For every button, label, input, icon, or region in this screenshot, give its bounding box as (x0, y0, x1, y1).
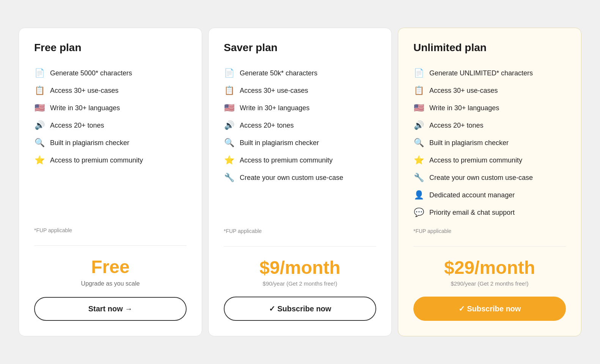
list-item: 📄Generate UNLIMITED* characters (413, 64, 566, 82)
features-list-unlimited: 📄Generate UNLIMITED* characters📋Access 3… (413, 64, 566, 221)
price-label: Upgrade as you scale (81, 280, 140, 287)
feature-text: Access 30+ use-cases (240, 87, 308, 95)
feature-icon: 🔊 (224, 120, 234, 130)
plan-title-free: Free plan (34, 42, 187, 54)
feature-text: Built in plagiarism checker (429, 139, 509, 147)
feature-icon: 🔍 (34, 138, 45, 148)
pricing-section-unlimited: $29/month$290/year (Get 2 months free!)✓… (413, 246, 566, 321)
plan-card-unlimited: Unlimited plan📄Generate UNLIMITED* chara… (398, 28, 581, 336)
feature-icon: 🔍 (224, 138, 234, 148)
list-item: 🔍Built in plagiarism checker (413, 134, 566, 152)
list-item: ⭐Access to premium community (413, 152, 566, 169)
feature-icon: 📋 (34, 86, 45, 95)
list-item: 📋Access 30+ use-cases (413, 82, 566, 99)
feature-text: Built in plagiarism checker (50, 139, 129, 147)
list-item: 🔊Access 20+ tones (413, 117, 566, 134)
feature-text: Access 20+ tones (240, 122, 294, 130)
feature-icon: 💬 (413, 208, 424, 217)
feature-text: Access 30+ use-cases (429, 87, 498, 95)
feature-text: Access 20+ tones (429, 122, 484, 130)
feature-icon: 🔊 (34, 120, 45, 130)
fup-note: *FUP applicable (34, 227, 187, 233)
list-item: 📋Access 30+ use-cases (224, 82, 376, 99)
list-item: 🔧Create your own custom use-case (224, 169, 376, 186)
feature-icon: 🔊 (413, 120, 424, 130)
list-item: 🇺🇸Write in 30+ languages (413, 99, 566, 117)
pricing-container: Free plan📄Generate 5000* characters📋Acce… (16, 28, 584, 336)
list-item: 📋Access 30+ use-cases (34, 82, 187, 99)
feature-text: Create your own custom use-case (240, 174, 343, 182)
feature-icon: 📄 (413, 68, 424, 78)
list-item: 🔊Access 20+ tones (224, 117, 376, 134)
feature-text: Access 20+ tones (50, 122, 104, 130)
list-item: 🔍Built in plagiarism checker (34, 134, 187, 152)
feature-text: Create your own custom use-case (429, 174, 533, 182)
feature-text: Built in plagiarism checker (240, 139, 319, 147)
price-main: $9/month (259, 257, 340, 278)
price-sub: $290/year (Get 2 months free!) (451, 280, 528, 287)
fup-note: *FUP applicable (224, 228, 376, 234)
feature-text: Write in 30+ languages (240, 104, 309, 112)
feature-icon: 📋 (413, 86, 424, 95)
feature-icon: 🔍 (413, 138, 424, 148)
price-main: Free (91, 256, 129, 277)
feature-icon: 📄 (224, 68, 234, 78)
feature-text: Access to premium community (240, 156, 333, 164)
list-item: 🔧Create your own custom use-case (413, 169, 566, 186)
fup-note: *FUP applicable (413, 228, 566, 234)
pricing-section-free: FreeUpgrade as you scaleStart now → (34, 245, 187, 321)
cta-button-free[interactable]: Start now → (34, 297, 187, 321)
price-sub: $90/year (Get 2 months free!) (263, 280, 338, 287)
plan-title-unlimited: Unlimited plan (413, 42, 566, 54)
features-list-saver: 📄Generate 50k* characters📋Access 30+ use… (224, 64, 376, 221)
list-item: 🇺🇸Write in 30+ languages (34, 99, 187, 117)
list-item: 🇺🇸Write in 30+ languages (224, 99, 376, 117)
cta-button-unlimited[interactable]: ✓ Subscribe now (413, 297, 566, 321)
pricing-section-saver: $9/month$90/year (Get 2 months free!)✓ S… (224, 246, 376, 321)
list-item: ⭐Access to premium community (34, 152, 187, 169)
feature-icon: 🇺🇸 (34, 103, 45, 113)
feature-icon: 🔧 (413, 173, 424, 183)
feature-icon: 👤 (413, 190, 424, 200)
feature-text: Access to premium community (50, 156, 143, 164)
feature-text: Generate 5000* characters (50, 69, 132, 77)
features-list-free: 📄Generate 5000* characters📋Access 30+ us… (34, 64, 187, 220)
list-item: 🔊Access 20+ tones (34, 117, 187, 134)
feature-icon: ⭐ (413, 155, 424, 165)
list-item: 📄Generate 5000* characters (34, 64, 187, 82)
feature-text: Write in 30+ languages (429, 104, 499, 112)
list-item: 💬Priority email & chat support (413, 204, 566, 221)
feature-text: Access 30+ use-cases (50, 87, 119, 95)
feature-text: Access to premium community (429, 156, 522, 164)
feature-icon: 🇺🇸 (413, 103, 424, 113)
feature-text: Generate UNLIMITED* characters (429, 69, 533, 77)
feature-text: Write in 30+ languages (50, 104, 120, 112)
list-item: 📄Generate 50k* characters (224, 64, 376, 82)
plan-card-saver: Saver plan📄Generate 50k* characters📋Acce… (208, 28, 392, 336)
plan-card-free: Free plan📄Generate 5000* characters📋Acce… (19, 28, 202, 336)
feature-icon: ⭐ (34, 155, 45, 165)
price-main: $29/month (444, 257, 535, 278)
feature-icon: 🇺🇸 (224, 103, 234, 113)
feature-icon: 🔧 (224, 173, 234, 183)
cta-button-saver[interactable]: ✓ Subscribe now (224, 297, 376, 321)
list-item: 👤Dedicated account manager (413, 186, 566, 204)
feature-icon: 📋 (224, 86, 234, 95)
plan-title-saver: Saver plan (224, 42, 376, 54)
feature-text: Generate 50k* characters (240, 69, 317, 77)
feature-text: Priority email & chat support (429, 209, 515, 217)
list-item: 🔍Built in plagiarism checker (224, 134, 376, 152)
feature-icon: 📄 (34, 68, 45, 78)
list-item: ⭐Access to premium community (224, 152, 376, 169)
feature-text: Dedicated account manager (429, 191, 515, 199)
feature-icon: ⭐ (224, 155, 234, 165)
